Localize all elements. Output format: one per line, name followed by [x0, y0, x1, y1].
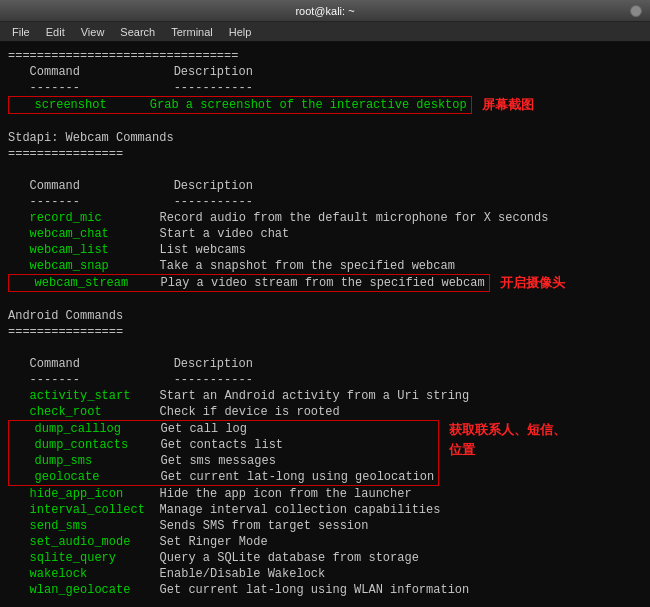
titlebar-title: root@kali: ~ — [295, 5, 354, 17]
menu-item-search[interactable]: Search — [112, 26, 163, 38]
android-cmd-5: dump_smsGet sms messages — [13, 453, 434, 469]
annotation-webcam: 开启摄像头 — [500, 274, 565, 292]
screenshot-desc: Grab a screenshot of the interactive des… — [150, 98, 467, 112]
webcam-cmd-4: webcam_snapTake a snapshot from the spec… — [8, 258, 642, 274]
android-cmd-8: interval_collectManage interval collecti… — [8, 502, 642, 518]
webcam-stream-row: webcam_streamPlay a video stream from th… — [8, 274, 642, 292]
menu-item-help[interactable]: Help — [221, 26, 260, 38]
menubar: FileEditViewSearchTerminalHelp — [0, 22, 650, 42]
dashes-2: ------- ----------- — [8, 194, 642, 210]
android-cmd-4: dump_contactsGet contacts list — [13, 437, 434, 453]
menu-item-file[interactable]: File — [4, 26, 38, 38]
cmd-header-3: Command Description — [8, 356, 642, 372]
blank-5 — [8, 598, 642, 607]
android-cmd-11: sqlite_queryQuery a SQLite database from… — [8, 550, 642, 566]
android-boxed: dump_calllogGet call log dump_contactsGe… — [8, 420, 439, 486]
blank-2 — [8, 162, 642, 178]
android-cmd-3: dump_calllogGet call log — [13, 421, 434, 437]
webcam-stream-boxed: webcam_streamPlay a video stream from th… — [8, 274, 490, 292]
blank-4 — [8, 340, 642, 356]
android-cmd-6: geolocateGet current lat-long using geol… — [13, 469, 434, 485]
annotation-screenshot: 屏幕截图 — [482, 96, 534, 114]
screenshot-boxed: screenshot Grab a screenshot of the inte… — [8, 96, 472, 114]
blank-1 — [8, 114, 642, 130]
android-header: Android Commands — [8, 308, 642, 324]
android-cmd-9: send_smsSends SMS from target session — [8, 518, 642, 534]
android-cmd-12: wakelockEnable/Disable Wakelock — [8, 566, 642, 582]
cmd-header-1: Command Description — [8, 64, 642, 80]
cmd-header-2: Command Description — [8, 178, 642, 194]
close-button[interactable] — [630, 5, 642, 17]
separator-top: ================================ — [8, 48, 642, 64]
webcam-cmd-1: record_micRecord audio from the default … — [8, 210, 642, 226]
stdapi-header: Stdapi: Webcam Commands — [8, 130, 642, 146]
menu-item-edit[interactable]: Edit — [38, 26, 73, 38]
android-highlight-group: dump_calllogGet call log dump_contactsGe… — [8, 420, 642, 486]
android-cmd-2: check_rootCheck if device is rooted — [8, 404, 642, 420]
android-cmd-7: hide_app_iconHide the app icon from the … — [8, 486, 642, 502]
android-cmd-1: activity_startStart an Android activity … — [8, 388, 642, 404]
menu-item-view[interactable]: View — [73, 26, 113, 38]
webcam-cmd-3: webcam_listList webcams — [8, 242, 642, 258]
android-cmd-10: set_audio_modeSet Ringer Mode — [8, 534, 642, 550]
screenshot-row: screenshot Grab a screenshot of the inte… — [8, 96, 642, 114]
blank-3 — [8, 292, 642, 308]
annotation-android: 获取联系人、短信、 位置 — [449, 420, 566, 459]
android-cmd-13: wlan_geolocateGet current lat-long using… — [8, 582, 642, 598]
screenshot-cmd: screenshot — [35, 98, 107, 112]
webcam-cmd-2: webcam_chatStart a video chat — [8, 226, 642, 242]
terminal: ================================ Command… — [0, 42, 650, 607]
menu-item-terminal[interactable]: Terminal — [163, 26, 221, 38]
dashes-1: ------- ----------- — [8, 80, 642, 96]
separator-android: ================ — [8, 324, 642, 340]
titlebar: root@kali: ~ — [0, 0, 650, 22]
dashes-3: ------- ----------- — [8, 372, 642, 388]
separator-mid: ================ — [8, 146, 642, 162]
